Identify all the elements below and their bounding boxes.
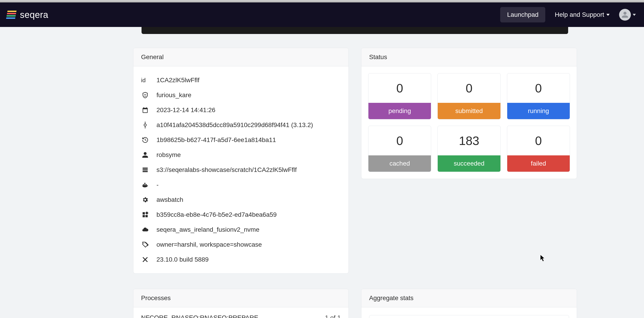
status-submitted-count: 0 bbox=[438, 74, 500, 103]
status-pending-count: 0 bbox=[368, 74, 431, 103]
run-header-bar bbox=[142, 27, 568, 34]
svg-rect-9 bbox=[144, 184, 146, 186]
cloud-icon bbox=[141, 226, 149, 234]
mouse-cursor-icon bbox=[540, 254, 546, 262]
svg-rect-12 bbox=[143, 212, 145, 214]
general-container-value: - bbox=[156, 181, 158, 188]
general-runname-value: furious_kare bbox=[156, 92, 191, 99]
chevron-down-icon bbox=[606, 14, 610, 16]
page-content: General id 1CA2zlK5lwFflf furious_kare 2… bbox=[0, 27, 644, 318]
general-row-commit: a10f41afa204538d5dcc89a5910c299d68f94f41… bbox=[141, 118, 341, 132]
status-failed-count: 0 bbox=[507, 126, 570, 156]
svg-rect-15 bbox=[145, 211, 148, 214]
general-row-version: 23.10.0 build 5889 bbox=[141, 252, 341, 267]
browser-chrome-top bbox=[0, 0, 644, 2]
status-running-count: 0 bbox=[507, 74, 570, 103]
general-card-body: id 1CA2zlK5lwFflf furious_kare 2023-12-1… bbox=[133, 66, 348, 274]
top-navbar: seqera Launchpad Help and Support bbox=[0, 2, 644, 27]
shield-icon bbox=[141, 91, 149, 99]
storage-icon bbox=[141, 166, 149, 174]
general-row-timestamp: 2023-12-14 14:41:26 bbox=[141, 102, 341, 118]
process-count: 1 of 1 bbox=[325, 314, 341, 318]
processes-list[interactable]: NFCORE_RNASEQ:RNASEQ:PREPARE_G… 1 of 1 N… bbox=[133, 307, 348, 318]
seqera-logo-icon bbox=[6, 10, 16, 19]
svg-rect-5 bbox=[143, 168, 148, 169]
general-commit-value: a10f41afa204538d5dcc89a5910c299d68f94f41… bbox=[156, 122, 313, 129]
status-card: Status 0 pending 0 submitted 0 running 0… bbox=[361, 48, 577, 179]
general-user-value: robsyme bbox=[156, 151, 181, 158]
aggregate-walltime-item: 13 m 8 s bbox=[369, 315, 569, 318]
avatar-icon bbox=[619, 9, 631, 20]
status-card-body: 0 pending 0 submitted 0 running 0 cached… bbox=[362, 66, 577, 179]
process-row[interactable]: NFCORE_RNASEQ:RNASEQ:PREPARE_G… 1 of 1 bbox=[133, 310, 348, 318]
status-running-label: running bbox=[507, 103, 570, 119]
svg-rect-8 bbox=[143, 184, 144, 186]
svg-rect-14 bbox=[146, 215, 148, 217]
general-row-user: robsyme bbox=[141, 148, 341, 162]
user-avatar-menu[interactable] bbox=[619, 9, 636, 20]
svg-rect-10 bbox=[144, 183, 146, 184]
general-card-title: General bbox=[133, 48, 348, 66]
help-support-menu[interactable]: Help and Support bbox=[555, 11, 610, 18]
general-row-id: id 1CA2zlK5lwFflf bbox=[141, 73, 341, 88]
status-submitted[interactable]: 0 submitted bbox=[438, 73, 500, 119]
svg-point-2 bbox=[144, 124, 146, 126]
svg-rect-11 bbox=[146, 184, 147, 186]
user-icon bbox=[141, 151, 149, 159]
help-support-label: Help and Support bbox=[555, 11, 604, 18]
general-row-labels: owner=harshil, workspace=showcase bbox=[141, 237, 341, 252]
aggregate-card-body: 13 m 8 s bbox=[362, 307, 577, 318]
docker-icon bbox=[141, 181, 149, 189]
process-name: NFCORE_RNASEQ:RNASEQ:PREPARE_G… bbox=[141, 314, 268, 318]
general-version-value: 23.10.0 build 5889 bbox=[156, 256, 208, 263]
general-hash-value: b359cc8a-eb8e-4c76-b5e2-ed7a4bea6a59 bbox=[156, 211, 277, 218]
general-row-runname: furious_kare bbox=[141, 88, 341, 102]
status-pending-label: pending bbox=[368, 103, 431, 119]
status-running[interactable]: 0 running bbox=[507, 73, 570, 119]
status-submitted-label: submitted bbox=[438, 103, 500, 119]
aggregate-card-title: Aggregate stats bbox=[362, 289, 577, 307]
general-session-value: 1b98625b-b627-417f-a5d7-6ee1a814ba11 bbox=[156, 136, 276, 144]
status-succeeded-count: 183 bbox=[438, 126, 500, 156]
status-pending[interactable]: 0 pending bbox=[368, 73, 431, 119]
status-card-title: Status bbox=[362, 48, 577, 66]
general-workdir-value: s3://seqeralabs-showcase/scratch/1CA2zlK… bbox=[156, 166, 297, 174]
general-labels-value: owner=harshil, workspace=showcase bbox=[156, 241, 262, 248]
general-computeenv-value: seqera_aws_ireland_fusionv2_nvme bbox=[156, 226, 260, 233]
svg-rect-13 bbox=[143, 215, 145, 217]
svg-rect-6 bbox=[143, 170, 148, 170]
general-timestamp-value: 2023-12-14 14:41:26 bbox=[156, 106, 215, 114]
id-label-text: id bbox=[141, 76, 149, 84]
svg-point-0 bbox=[144, 94, 145, 95]
status-cached[interactable]: 0 cached bbox=[368, 126, 431, 172]
status-succeeded-label: succeeded bbox=[438, 156, 500, 172]
status-cached-label: cached bbox=[368, 156, 431, 172]
chevron-down-icon bbox=[633, 14, 636, 16]
gear-icon bbox=[141, 196, 149, 204]
status-succeeded[interactable]: 183 succeeded bbox=[438, 126, 500, 172]
status-failed[interactable]: 0 failed bbox=[507, 126, 570, 172]
general-executor-value: awsbatch bbox=[156, 196, 183, 204]
general-row-container: - bbox=[141, 177, 341, 192]
general-row-hash: b359cc8a-eb8e-4c76-b5e2-ed7a4bea6a59 bbox=[141, 207, 341, 222]
general-card: General id 1CA2zlK5lwFflf furious_kare 2… bbox=[133, 48, 349, 274]
svg-rect-7 bbox=[143, 171, 148, 172]
general-row-session: 1b98625b-b627-417f-a5d7-6ee1a814ba11 bbox=[141, 132, 341, 148]
status-cached-count: 0 bbox=[368, 126, 431, 156]
git-commit-icon bbox=[141, 121, 149, 129]
svg-point-16 bbox=[143, 243, 144, 244]
nextflow-icon bbox=[141, 256, 149, 264]
history-icon bbox=[141, 136, 149, 144]
svg-point-1 bbox=[146, 94, 146, 95]
processes-card-title: Processes bbox=[133, 289, 348, 307]
general-row-executor: awsbatch bbox=[141, 192, 341, 207]
general-row-workdir: s3://seqeralabs-showcase/scratch/1CA2zlK… bbox=[141, 162, 341, 177]
brand[interactable]: seqera bbox=[7, 10, 48, 20]
tags-icon bbox=[141, 240, 149, 249]
aggregate-stats-card: Aggregate stats 13 m 8 s bbox=[361, 289, 577, 318]
widgets-icon bbox=[141, 211, 149, 219]
launchpad-button[interactable]: Launchpad bbox=[500, 7, 545, 22]
general-id-value: 1CA2zlK5lwFflf bbox=[156, 76, 200, 84]
nav-right-group: Launchpad Help and Support bbox=[500, 7, 636, 22]
brand-name: seqera bbox=[20, 10, 48, 20]
